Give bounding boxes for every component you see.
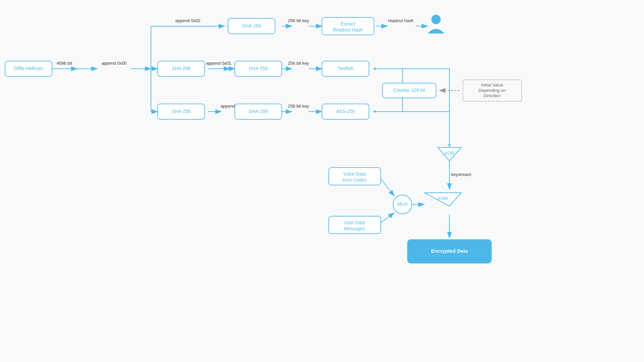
node-initial-label-3: Direction [483,93,500,98]
node-initial-label-2: Depending on [479,88,506,93]
arrowhead-counter-aes [373,110,376,113]
node-user-label-2: Messages [344,226,365,231]
node-sha256-top-label: SHA-256 [242,23,261,28]
node-initial-label-1: Initial Value [481,82,503,87]
label-append0x00-1: append 0x00 [101,61,126,66]
arrow-voice-to-mux [379,176,394,196]
node-twofish-label: Twofish [337,66,353,71]
label-keystream: keystream [451,172,471,177]
label-256key-top: 256 bit key [288,18,309,23]
node-counter128-label: Counter 128 bit [393,87,425,93]
arrowhead-counter-twofish [373,67,376,70]
node-mux-label: MUX [397,201,408,207]
label-256key-bot: 256 bit key [288,104,309,109]
node-sha256-bot1-label: SHA-256 [172,109,191,114]
label-256key-mid: 256 bit key [288,61,309,66]
node-sha256-mid2-label: SHA-256 [249,66,268,71]
node-sha256-mid1-label: SHA-256 [172,66,191,71]
node-aes256-label: AES-256 [336,109,355,114]
node-xor-bot-label: XOR [438,196,448,201]
arrow-user-to-mux [379,213,394,224]
node-extract-label-2: Readout Hash [333,27,363,33]
label-readout-hash: readout hash [388,18,414,23]
node-extract-label-1: Extract [340,21,355,26]
node-sha256-bot2-label: SHA-256 [249,109,268,114]
node-xor-top-label: XOR [444,150,454,156]
label-4096bit: 4096 bit [57,61,72,66]
label-append0x02: append 0x02 [175,18,200,23]
diagram-canvas: 4096 bit append 0x00 append 0x02 append … [0,0,644,362]
node-voice-label-2: from Codec [342,177,367,183]
node-user-label-1: User Data [344,220,365,225]
label-append0x01: append 0x01 [206,61,231,66]
node-diffie-hellman-label: Diffie-Hellman [14,66,43,71]
person-body [428,29,444,34]
person-head [431,15,441,24]
node-voice-label-1: Voice Data [343,171,366,177]
arrowhead-twofish-xor [448,144,451,147]
encryption-diagram: 4096 bit append 0x00 append 0x02 append … [0,0,644,362]
node-encrypted-data-label: Encrypted Data [431,248,468,254]
